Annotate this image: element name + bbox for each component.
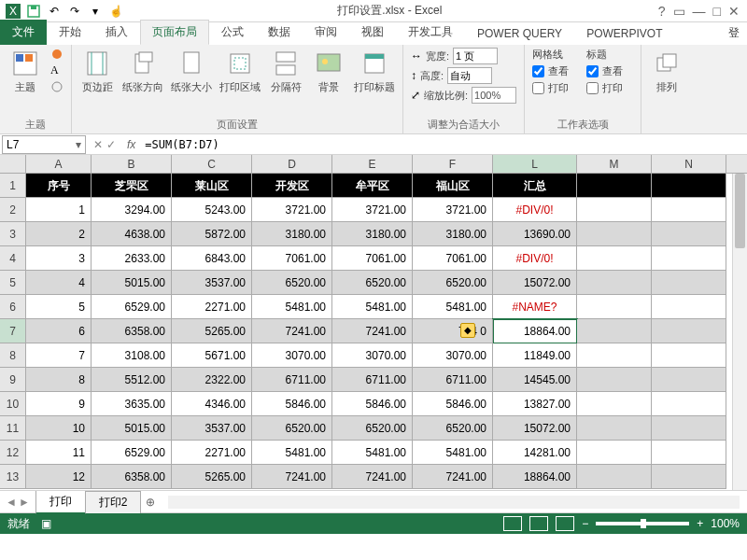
tab-insert[interactable]: 插入 xyxy=(93,20,140,45)
cell[interactable]: 11 xyxy=(26,441,92,465)
cell[interactable] xyxy=(652,441,726,465)
cell[interactable]: 6520.00 xyxy=(252,271,332,295)
col-header[interactable]: M xyxy=(577,155,652,173)
horizontal-scrollbar[interactable] xyxy=(168,496,740,509)
cell[interactable]: #DIV/0! xyxy=(493,246,577,271)
orientation-button[interactable]: 纸张方向 xyxy=(120,47,165,96)
smart-tag-icon[interactable]: ◆ xyxy=(460,323,475,338)
table-header-cell[interactable]: 牟平区 xyxy=(332,174,413,198)
cell[interactable]: 3537.00 xyxy=(172,416,252,441)
sheet-nav-next-icon[interactable]: ► xyxy=(19,496,30,509)
enter-formula-icon[interactable]: ✓ xyxy=(106,138,116,151)
col-header[interactable]: L xyxy=(493,155,577,173)
cell[interactable]: 7241.00 xyxy=(332,319,413,343)
table-header-cell[interactable]: 莱山区 xyxy=(172,174,252,198)
row-header[interactable]: 7 xyxy=(0,319,26,343)
cell[interactable]: 6520.00 xyxy=(413,271,493,295)
cell[interactable]: 11849.00 xyxy=(493,343,577,368)
cell[interactable]: 10 xyxy=(26,416,92,441)
cell[interactable] xyxy=(577,295,652,319)
zoom-out-button[interactable]: − xyxy=(582,517,588,530)
theme-effects[interactable] xyxy=(49,79,65,94)
cell[interactable]: 5481.00 xyxy=(413,295,493,319)
cell[interactable]: 2271.00 xyxy=(172,441,252,465)
headings-print-checkbox[interactable] xyxy=(586,82,599,94)
cell[interactable]: 2322.00 xyxy=(172,368,252,392)
table-header-cell[interactable]: 序号 xyxy=(26,174,92,198)
tab-review[interactable]: 审阅 xyxy=(303,20,349,45)
cell[interactable]: 6520.00 xyxy=(332,271,413,295)
cell[interactable] xyxy=(577,246,652,271)
cell[interactable] xyxy=(652,368,726,392)
arrange-button[interactable]: 排列 xyxy=(647,47,686,96)
add-sheet-button[interactable]: ⊕ xyxy=(140,496,161,509)
vertical-scrollbar[interactable] xyxy=(732,174,747,490)
cell[interactable]: 3070.00 xyxy=(252,343,332,368)
cell[interactable]: 3721.00 xyxy=(413,198,493,222)
themes-button[interactable]: 主题 xyxy=(6,47,45,96)
cell[interactable]: #DIV/0! xyxy=(493,198,577,222)
cell[interactable] xyxy=(577,271,652,295)
cell[interactable]: 3180.00 xyxy=(413,222,493,246)
cell[interactable]: 3294.00 xyxy=(92,198,172,222)
cell[interactable]: 5481.00 xyxy=(332,441,413,465)
page-layout-view-button[interactable] xyxy=(529,516,548,531)
cell[interactable]: 14281.00 xyxy=(493,441,577,465)
print-titles-button[interactable]: 打印标题 xyxy=(352,47,397,96)
cell[interactable]: 4638.00 xyxy=(92,222,172,246)
cell[interactable]: 3108.00 xyxy=(92,343,172,368)
cell[interactable]: 4 xyxy=(26,271,92,295)
col-header[interactable]: F xyxy=(413,155,493,173)
close-icon[interactable]: ✕ xyxy=(728,4,740,19)
col-header[interactable]: N xyxy=(652,155,726,173)
tab-formula[interactable]: 公式 xyxy=(209,20,256,45)
scale-width-input[interactable] xyxy=(453,48,498,64)
cell[interactable]: 5481.00 xyxy=(252,295,332,319)
cell[interactable]: 6529.00 xyxy=(92,295,172,319)
cell[interactable]: 4346.00 xyxy=(172,392,252,416)
col-header[interactable]: A xyxy=(26,155,92,173)
cell[interactable]: 9 xyxy=(26,392,92,416)
cell[interactable]: 1 xyxy=(26,198,92,222)
cell[interactable]: 6843.00 xyxy=(172,246,252,271)
cell[interactable]: 13690.00 xyxy=(493,222,577,246)
cancel-formula-icon[interactable]: ✕ xyxy=(93,138,103,151)
cell[interactable]: 5481.00 xyxy=(413,441,493,465)
cell[interactable]: 2 xyxy=(26,222,92,246)
tab-data[interactable]: 数据 xyxy=(256,20,303,45)
tab-file[interactable]: 文件 xyxy=(0,20,47,45)
cell[interactable]: 7241.00 xyxy=(413,465,493,489)
row-header[interactable]: 1 xyxy=(0,174,26,198)
login-link[interactable]: 登 xyxy=(721,21,747,45)
cell[interactable] xyxy=(652,222,726,246)
qat-more-icon[interactable]: ▾ xyxy=(86,2,105,21)
theme-colors[interactable] xyxy=(49,47,65,62)
cell[interactable]: 14545.00 xyxy=(493,368,577,392)
row-header[interactable]: 12 xyxy=(0,441,26,465)
cell[interactable] xyxy=(652,271,726,295)
cell[interactable]: 5 xyxy=(26,295,92,319)
row-header[interactable]: 9 xyxy=(0,368,26,392)
row-header[interactable]: 8 xyxy=(0,343,26,368)
cell[interactable]: 7241.00 xyxy=(252,319,332,343)
ribbon-opts-icon[interactable]: ▭ xyxy=(673,4,685,19)
cell[interactable] xyxy=(577,319,652,343)
cell[interactable]: 7061.00 xyxy=(252,246,332,271)
cell[interactable]: 6520.00 xyxy=(252,416,332,441)
cell[interactable] xyxy=(577,465,652,489)
cell[interactable]: 3070.00 xyxy=(413,343,493,368)
cell[interactable]: 7241.00 xyxy=(332,465,413,489)
cell[interactable]: 7 xyxy=(26,343,92,368)
col-header[interactable]: B xyxy=(92,155,172,173)
cell[interactable]: 15072.00 xyxy=(493,271,577,295)
cell[interactable] xyxy=(652,295,726,319)
cell[interactable]: 15072.00 xyxy=(493,416,577,441)
cell[interactable]: 3070.00 xyxy=(332,343,413,368)
col-header[interactable]: E xyxy=(332,155,413,173)
cell[interactable]: 5872.00 xyxy=(172,222,252,246)
cell[interactable]: 5015.00 xyxy=(92,416,172,441)
tab-layout[interactable]: 页面布局 xyxy=(140,20,209,45)
cell[interactable] xyxy=(577,343,652,368)
row-header[interactable]: 13 xyxy=(0,465,26,489)
cell[interactable]: 3180.00 xyxy=(252,222,332,246)
